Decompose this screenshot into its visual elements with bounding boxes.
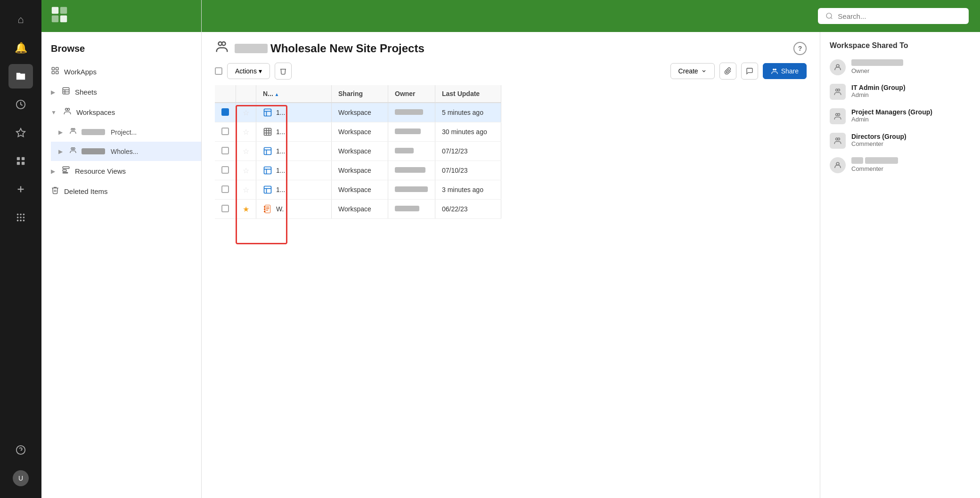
top-bar xyxy=(202,0,980,32)
deleted-icon xyxy=(51,186,59,197)
row-checkbox[interactable] xyxy=(215,200,236,219)
project-label: Project... xyxy=(111,129,137,136)
col-name[interactable]: N... xyxy=(256,85,332,103)
delete-button[interactable] xyxy=(275,63,292,80)
col-update[interactable]: Last Update xyxy=(435,85,501,103)
svg-point-16 xyxy=(23,220,25,222)
icon-bar: ⌂ 🔔 U xyxy=(0,0,41,498)
rv-icon xyxy=(62,166,70,177)
row-update: 30 minutes ago xyxy=(435,122,501,142)
row-star[interactable]: ★ xyxy=(236,200,256,219)
row-star[interactable]: ☆ xyxy=(236,180,256,200)
share-button[interactable]: Share xyxy=(763,63,807,79)
clock-icon[interactable] xyxy=(8,92,33,117)
col-sharing[interactable]: Sharing xyxy=(332,85,388,103)
col-owner[interactable]: Owner xyxy=(388,85,435,103)
svg-point-34 xyxy=(73,129,75,130)
row-name[interactable]: 1... xyxy=(256,142,332,161)
group-avatar xyxy=(830,84,846,100)
sidebar-item-project[interactable]: ▶ Project... xyxy=(51,122,201,142)
sidebar-item-wholesale[interactable]: ▶ Wholes... xyxy=(51,142,201,161)
plus-icon-nav[interactable] xyxy=(8,177,33,201)
project-name-blurred xyxy=(82,129,105,135)
wholesale-label: Wholes... xyxy=(111,148,138,155)
sidebar-title: Browse xyxy=(41,40,201,62)
row-name[interactable]: 1... xyxy=(256,180,332,200)
group-icon xyxy=(215,40,229,57)
svg-point-15 xyxy=(20,220,22,222)
svg-point-14 xyxy=(17,220,19,222)
table-row[interactable]: ★ W. Workspace 06/22/23 xyxy=(215,200,501,219)
search-input[interactable] xyxy=(838,12,961,20)
svg-point-44 xyxy=(773,69,775,71)
svg-point-72 xyxy=(838,89,840,91)
sidebar-item-workspaces[interactable]: ▼ Workspaces xyxy=(41,102,201,122)
right-panel-title: Workspace Shared To xyxy=(830,41,971,50)
row-checkbox[interactable] xyxy=(215,142,236,161)
row-checkbox[interactable] xyxy=(215,161,236,180)
row-checkbox[interactable] xyxy=(215,122,236,142)
sidebar-item-workapps[interactable]: WorkApps xyxy=(41,62,201,82)
row-update: 06/22/23 xyxy=(435,200,501,219)
row-owner xyxy=(388,142,435,161)
wholesale-name-blurred xyxy=(82,148,105,154)
browse-panel: Wholesale New Site Projects ? Actions ▾ … xyxy=(202,32,820,498)
sheet-blue-icon xyxy=(263,108,272,117)
table-row[interactable]: ☆ 1... Workspace 07/10/23 xyxy=(215,161,501,180)
logo-icon xyxy=(51,6,68,26)
select-all-checkbox[interactable] xyxy=(215,67,222,75)
svg-point-12 xyxy=(20,217,22,218)
pm-role: Admin xyxy=(851,116,932,123)
actions-button[interactable]: Actions ▾ xyxy=(227,63,270,79)
share-item-it-admin: IT Admin (Group) Admin xyxy=(830,84,971,100)
row-sharing: Workspace xyxy=(332,103,388,122)
share-item-pm: Project Managers (Group) Admin xyxy=(830,108,971,124)
svg-rect-23 xyxy=(52,67,54,70)
row-name[interactable]: 1... xyxy=(256,103,332,122)
row-star[interactable]: ☆ xyxy=(236,122,256,142)
row-checkbox[interactable] xyxy=(215,103,236,122)
help-button[interactable]: ? xyxy=(793,42,807,55)
svg-rect-49 xyxy=(264,129,271,136)
user-avatar[interactable]: U xyxy=(8,466,33,490)
svg-rect-57 xyxy=(264,167,271,174)
actions-bar: Actions ▾ Create xyxy=(202,57,820,85)
create-button[interactable]: Create xyxy=(670,63,715,79)
row-name[interactable]: W. xyxy=(256,200,332,219)
bell-icon[interactable]: 🔔 xyxy=(8,36,33,60)
row-star[interactable]: ☆ xyxy=(236,142,256,161)
workapps-icon xyxy=(51,66,59,77)
row-checkbox[interactable] xyxy=(215,180,236,200)
table-row[interactable]: ☆ 1... Workspace 5 minutes ago xyxy=(215,103,501,122)
grid-apps-icon[interactable] xyxy=(8,205,33,230)
sidebar-item-sheets[interactable]: ▶ Sheets xyxy=(41,82,201,102)
owner-name-blurred xyxy=(851,59,903,66)
directors-role: Commenter xyxy=(851,140,906,147)
sidebar-item-deleted[interactable]: Deleted Items xyxy=(41,181,201,201)
share-item-directors: Directors (Group) Commenter xyxy=(830,133,971,149)
table-row[interactable]: ☆ 1... Workspace 07/12/23 xyxy=(215,142,501,161)
svg-point-40 xyxy=(826,13,832,18)
sidebar-item-resource-views[interactable]: ▶ Resource Views xyxy=(41,161,201,181)
row-name[interactable]: 1... xyxy=(256,161,332,180)
row-sharing: Workspace xyxy=(332,122,388,142)
wholesale-icon xyxy=(69,146,77,156)
row-star[interactable]: ☆ xyxy=(236,161,256,180)
it-admin-name: IT Admin (Group) xyxy=(851,84,906,91)
folder-icon[interactable] xyxy=(8,64,33,88)
table-row[interactable]: ☆ 1... Workspace 3 minutes ago xyxy=(215,180,501,200)
sidebar: Browse WorkApps ▶ Sheets ▼ Workspaces xyxy=(41,0,202,498)
search-box[interactable] xyxy=(818,8,969,24)
row-name[interactable]: 1... xyxy=(256,122,332,142)
workspaces-arrow: ▼ xyxy=(51,109,57,116)
share-item-person2: Commenter xyxy=(830,157,971,173)
star-icon-nav[interactable] xyxy=(8,120,33,145)
home-icon[interactable]: ⌂ xyxy=(8,8,33,32)
svg-rect-63 xyxy=(265,205,270,213)
comment-button[interactable] xyxy=(741,63,758,80)
help-icon-nav[interactable] xyxy=(8,438,33,462)
table-row[interactable]: ☆ 1... Workspace 30 minutes ago xyxy=(215,122,501,142)
apps-icon-nav[interactable] xyxy=(8,149,33,173)
row-star[interactable]: ☆ xyxy=(236,103,256,122)
attach-button[interactable] xyxy=(719,63,736,80)
